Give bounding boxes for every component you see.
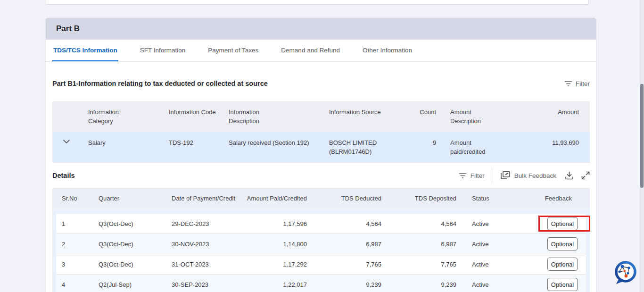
cell-tds-deposited: 9,239 xyxy=(381,281,456,288)
cell-tds-deposited: 6,987 xyxy=(381,241,456,248)
tab-label: SFT Information xyxy=(140,47,186,54)
details-filter-button[interactable]: Filter xyxy=(459,172,485,179)
part-b-tabs: TDS/TCS Information SFT Information Paym… xyxy=(46,40,596,62)
expand-fullscreen-button[interactable] xyxy=(581,171,590,180)
details-title: Details xyxy=(52,172,75,179)
cell-amount-paid: 1,22,017 xyxy=(235,281,307,288)
expand-icon xyxy=(581,171,590,180)
details-table-body: 1 Q3(Oct-Dec) 29-DEC-2023 1,17,596 4,564… xyxy=(52,209,590,292)
cell-date: 30-SEP-2023 xyxy=(166,281,235,288)
cell-sr: 3 xyxy=(56,261,93,268)
tab-label: Payment of Taxes xyxy=(208,47,258,54)
cell-sr: 4 xyxy=(56,281,93,288)
part-b-header: Part B xyxy=(46,18,596,40)
filter-icon xyxy=(564,81,572,87)
details-table: Sr.No Quarter Date of Payment/Credit Amo… xyxy=(52,188,590,292)
cell-feedback: Optional xyxy=(523,258,586,271)
cell-code: TDS-192 xyxy=(169,132,229,163)
tab-tds-tcs-information[interactable]: TDS/TCS Information xyxy=(52,40,118,61)
part-b-title: Part B xyxy=(56,24,80,33)
col-information-category: Information Category xyxy=(88,101,169,132)
col-amount-description: Amount Description xyxy=(436,101,507,132)
cell-amount-paid: 1,17,292 xyxy=(235,261,307,268)
feedback-optional-button[interactable]: Optional xyxy=(547,278,578,291)
col-information-description: Information Description xyxy=(229,101,329,132)
col-feedback: Feedback xyxy=(523,188,586,209)
cell-date: 29-DEC-2023 xyxy=(166,220,235,227)
cell-source: BOSCH LIMITED (BLRM01746D) xyxy=(329,132,416,163)
cell-amount-paid: 1,14,800 xyxy=(235,241,307,248)
tab-label: TDS/TCS Information xyxy=(53,47,117,54)
scrollbar-track[interactable] xyxy=(640,0,644,292)
feedback-optional-button[interactable]: Optional xyxy=(547,237,578,250)
toolbar-divider xyxy=(492,168,492,183)
cell-tds-deposited: 4,564 xyxy=(381,220,456,227)
cell-status: Active xyxy=(456,241,523,248)
cell-quarter: Q3(Oct-Dec) xyxy=(93,261,166,268)
cell-tds-deducted: 4,564 xyxy=(307,220,381,227)
cell-feedback: Optional xyxy=(523,217,586,230)
filter-label: Filter xyxy=(576,80,590,87)
cell-tds-deposited: 7,765 xyxy=(381,261,456,268)
col-sr-no: Sr.No xyxy=(56,188,93,209)
col-information-code: Information Code xyxy=(169,101,229,132)
filter-label: Filter xyxy=(471,172,485,179)
bulk-feedback-button[interactable]: Bulk Feedback xyxy=(500,171,556,180)
part-b1-heading-row: Part B1-Information relating to tax dedu… xyxy=(52,75,590,92)
tab-label: Demand and Refund xyxy=(281,47,340,54)
table-row: 3 Q3(Oct-Dec) 31-OCT-2023 1,17,292 7,765… xyxy=(56,254,586,275)
tab-label: Other Information xyxy=(363,47,412,54)
cell-date: 31-OCT-2023 xyxy=(166,261,235,268)
cell-quarter: Q2(Jul-Sep) xyxy=(93,281,166,288)
bulk-feedback-icon xyxy=(500,171,511,180)
download-icon xyxy=(565,171,574,180)
col-count: Count xyxy=(416,101,436,132)
col-quarter: Quarter xyxy=(93,188,166,209)
download-button[interactable] xyxy=(565,171,574,180)
expand-row-toggle[interactable] xyxy=(52,132,88,163)
summary-filter-button[interactable]: Filter xyxy=(564,80,590,87)
cell-sr: 1 xyxy=(56,220,93,227)
cell-amount-description: Amount paid/credited xyxy=(436,132,507,163)
table-row: 4 Q2(Jul-Sep) 30-SEP-2023 1,22,017 9,239… xyxy=(56,275,586,292)
col-date-of-payment: Date of Payment/Credit xyxy=(166,188,235,209)
cell-description: Salary received (Section 192) xyxy=(229,132,329,163)
cell-quarter: Q3(Oct-Dec) xyxy=(93,220,166,227)
bulk-feedback-label: Bulk Feedback xyxy=(514,172,556,179)
cell-sr: 2 xyxy=(56,241,93,248)
cell-feedback: Optional xyxy=(523,278,586,291)
tab-sft-information[interactable]: SFT Information xyxy=(139,40,187,61)
cell-status: Active xyxy=(456,281,523,288)
cell-amount: 11,93,690 xyxy=(507,132,590,163)
col-information-source: Information Source xyxy=(329,101,416,132)
part-b1-title: Part B1-Information relating to tax dedu… xyxy=(52,80,268,87)
details-toolbar: Filter Bulk Feedback xyxy=(459,168,590,183)
cell-tds-deducted: 7,765 xyxy=(307,261,381,268)
details-table-header: Sr.No Quarter Date of Payment/Credit Amo… xyxy=(52,188,590,209)
tab-payment-of-taxes[interactable]: Payment of Taxes xyxy=(207,40,259,61)
cell-category: Salary xyxy=(88,132,169,163)
scrollbar-thumb[interactable] xyxy=(640,84,644,188)
col-amount: Amount xyxy=(507,101,590,132)
cell-count: 9 xyxy=(416,132,436,163)
cell-date: 30-NOV-2023 xyxy=(166,241,235,248)
tab-demand-and-refund[interactable]: Demand and Refund xyxy=(280,40,341,61)
col-tds-deducted: TDS Deducted xyxy=(307,188,381,209)
cell-tds-deducted: 9,239 xyxy=(307,281,381,288)
chevron-down-icon xyxy=(63,140,88,143)
feedback-optional-button[interactable]: Optional xyxy=(547,217,578,230)
cell-status: Active xyxy=(456,220,523,227)
table-row: 2 Q3(Oct-Dec) 30-NOV-2023 1,14,800 6,987… xyxy=(56,234,586,254)
chatbot-icon xyxy=(613,259,638,285)
cell-tds-deducted: 6,987 xyxy=(307,241,381,248)
part-b-card: Part B TDS/TCS Information SFT Informati… xyxy=(46,18,596,292)
tab-other-information[interactable]: Other Information xyxy=(362,40,413,61)
header-spacer xyxy=(52,101,88,132)
cell-feedback: Optional xyxy=(523,237,586,250)
col-status: Status xyxy=(456,188,523,209)
chatbot-launcher[interactable] xyxy=(613,259,638,285)
col-amount-paid: Amount Paid/Credited xyxy=(235,188,307,209)
feedback-optional-button[interactable]: Optional xyxy=(547,258,578,271)
cell-status: Active xyxy=(456,261,523,268)
cell-amount-paid: 1,17,596 xyxy=(235,220,307,227)
